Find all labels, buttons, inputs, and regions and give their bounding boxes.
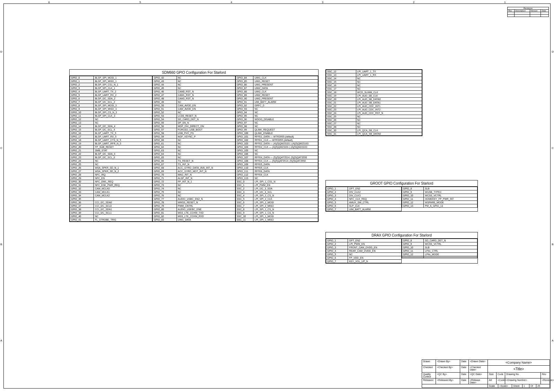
table-row: GPIO_59NGF_VSYNC_P: [153, 135, 235, 139]
table-row: GPIO_86UIM1_PRESENT: [235, 83, 318, 87]
revision-block: Revisions RevDescriptionVersionDate: [507, 7, 549, 17]
table-row: GPIO_7UIM_BATT_ALARM: [326, 208, 402, 211]
table-row: GPIO_23BLSP_I2C_SCL_6: [70, 156, 152, 159]
table-row: GPIO_91UIM_BATT_ALARM: [235, 100, 318, 104]
table-row: GPIO_56MDP_DVI_DIRECT_ON: [153, 125, 235, 128]
table-row: GPIO_61NC: [153, 142, 235, 145]
table-row: GPIO_2BLSP_SPI_CS1_N_1: [70, 83, 152, 87]
table-row: GPIO_1BLSP_SPI_MISO_1: [70, 80, 152, 83]
table-row: GPIO_10BLSP_SPI_CS_N_3: [70, 111, 152, 114]
table-row: GPIO_104RFFE2_CLK — (4)(5)QM23101 | (4)(…: [235, 145, 318, 149]
table-row: GPIO_10WCSS_VCTRL: [402, 194, 477, 197]
table-row: GPIO_55DP_EN_N: [153, 121, 235, 125]
table-row: SSC_6LPI_SPI_2_MOSI: [235, 201, 318, 204]
table-row: GPIO_11BLSP_SPI_CLK_3: [70, 114, 152, 118]
table-row: GPIO_34CAM_MCLK2: [70, 194, 152, 197]
table-row: GPIO_45NC: [153, 87, 235, 90]
table-row: GPIO_67TS_INT_N: [153, 163, 235, 166]
table-row: GPIO_53LCD0_RESET_N: [153, 114, 235, 118]
table-row: GPIO_7KEY_VOL_UP_N: [326, 260, 402, 263]
table-row: GPIO_85UIM1_RESET: [235, 80, 318, 83]
table-row: GPIO_65NC: [153, 156, 235, 159]
table-row: GPIO_80AUDIO_USEBC_ENE: [153, 208, 235, 211]
table-row: GPIO_48CAM3_RST_N: [153, 97, 235, 100]
table-row: GPIO_100QLINK_ENABLE: [235, 132, 318, 135]
table-row: GPIO_42NC: [153, 76, 235, 80]
table-row: SSC_5LPI_SPI_2_CLK: [235, 197, 318, 201]
table-row: GPIO_15BLSP_I2C_SCL_4: [70, 128, 152, 132]
drax-table: DRAX GPIO Configuration For Starlord GPI…: [325, 232, 478, 264]
table-row: GPIO_22BLSP_I2C_SDA_6: [70, 152, 152, 156]
table-row: SSC_28NC: [326, 125, 422, 129]
table-row: SSC_13LPI_UART_1_RX: [326, 73, 422, 77]
table-row: GPIO_50CAM_AVDD_EN: [153, 104, 235, 107]
table-row: GPIO_6FP_VDD_EN: [326, 256, 402, 260]
table-row: GPIO_95NC: [235, 114, 318, 118]
table-row: SSC_17NC: [326, 87, 422, 91]
table-row: GPIO_83UIM1_DATA: [153, 218, 235, 222]
ssc-table: SSC_12LPI_UART_1_TXSSC_13LPI_UART_1_RXSS…: [325, 69, 422, 136]
left-grid-labels: DCBA: [0, 3, 2, 389]
title-block: Drawn <Drawn By> Date <Drawn Date> <Comp…: [422, 359, 550, 388]
table-row: GPIO_71ALSP_INT_N: [153, 177, 235, 180]
top-grid-labels: 654321: [3, 1, 551, 4]
table-row: GPIO_74NC: [153, 187, 235, 190]
table-row: SSC_26NC: [326, 118, 422, 122]
table-row: GPIO_9BLSP_SPI_MISO_3: [70, 107, 152, 111]
table-row: GPIO_113NC: [235, 177, 318, 180]
table-row: GPIO_105NC: [235, 149, 318, 152]
table-row: GPIO_37CCI_I2C_SCL0: [70, 204, 152, 208]
table-row: SSC_3LPI_I2C_3_SCL: [235, 190, 318, 194]
table-row: SSC_7LPI_SPI_2_MISO: [235, 204, 318, 208]
table-row: GPIO_108RFFE4_CLK — (5)(5)QAT3514; (5)(5…: [235, 159, 318, 163]
table-row: GPIO_81MSS_LTE_COXM_TXD: [153, 211, 235, 215]
sdm660-title: SDM660 GPIO Configuration For Starlord: [70, 70, 318, 76]
table-row: SSC_10LPI_SPI_1_MOSI: [235, 215, 318, 218]
table-row: SSC_31LPI_QCA_SB_DATA0: [326, 132, 422, 136]
table-row: GPIO_102RFFE1_CLK — WTR3955 (default): [235, 139, 318, 142]
table-row: GPIO_49NC: [153, 100, 235, 104]
table-row: SSC_20LPI_AUD_SB_DATA0: [326, 98, 422, 101]
table-row: GPIO_11HOMEKEY_FP_PWR_INT: [402, 197, 477, 201]
company-name: <Company Name>: [488, 360, 549, 365]
table-row: SSC_0LPI_SPI_1_CS1_N: [235, 180, 318, 184]
table-row: GPIO_9WCSS_VCTRL: [402, 242, 477, 246]
table-row: GPIO_6SLP_CLK: [326, 204, 402, 208]
table-row: GPIO_21SMB_STAT: [70, 149, 152, 152]
table-row: [402, 257, 477, 258]
table-row: GPIO_76NC: [153, 194, 235, 197]
table-row: GPIO_93NC: [235, 107, 318, 111]
table-row: GPIO_68ACC_GYRO_DATA_AVA_INT_N: [153, 166, 235, 170]
table-row: SSC_30LPI_QCA_SB_CLK: [326, 129, 422, 132]
table-row: GPIO_89UIM2_RESET: [235, 93, 318, 97]
table-row: GPIO_5AMUX_SW_CTRL: [326, 201, 402, 204]
table-row: GPIO_90UIM2_PRESENT: [235, 97, 318, 100]
table-row: GPIO_30NFC_DWL_REQ: [70, 180, 152, 184]
table-row: GPIO_77AUDIO_USBC_EN2_N: [153, 197, 235, 201]
table-row: GPIO_28NFC_IRQ: [70, 173, 152, 177]
table-row: GPIO_107RFFE4_DATA — (5)(5)QAT3514; (5)(…: [235, 156, 318, 159]
table-row: GPIO_94NC: [235, 111, 318, 114]
table-row: SSC_8LPI_SPI_1_CS_N: [235, 208, 318, 211]
table-row: GPIO_41FL_STROBE_TRIG: [70, 218, 152, 222]
table-row: GPIO_12WSPARE_MODE: [402, 201, 477, 204]
table-row: GPIO_13NC: [70, 121, 152, 125]
table-row: GPIO_82MSS_LTE_COXM_RXD: [153, 215, 235, 218]
sdm660-table: SDM660 GPIO Configuration For Starlord G…: [69, 69, 319, 222]
groot-title: GROOT GPIO Configuration For Starlord: [326, 180, 477, 187]
table-row: GPIO_72FP_INT_N_1: [153, 180, 235, 184]
table-row: GPIO_7BLSP_I2C_SCL_2: [70, 100, 152, 104]
table-row: GPIO_10SLB: [402, 246, 477, 249]
table-row: GPIO_27WSA_SPKR_SD_N_2: [70, 170, 152, 173]
table-row: GPIO_98NC: [235, 125, 318, 128]
table-row: GPIO_12LP4x_MODE: [402, 253, 477, 256]
table-row: SSC_11LPI_SPI_1_MISO: [235, 218, 318, 222]
table-row: GPIO_1OPT_EN2: [326, 239, 402, 242]
table-row: GPIO_87UIM2_DATA: [235, 87, 318, 90]
table-row: GPIO_19BLSP_UART_RFR_N_5: [70, 142, 152, 145]
table-row: SSC_19LPI_AUD_SB_CLK: [326, 94, 422, 98]
table-row: GPIO_8BLSP_SPI_MOSI_3: [70, 104, 152, 107]
table-row: GPIO_18BLSP_UART_CTS_N_5: [70, 139, 152, 142]
table-row: GPIO_40NC: [70, 215, 152, 218]
table-row: SSC_23LPI_AUD_CDC_INT2: [326, 108, 422, 112]
